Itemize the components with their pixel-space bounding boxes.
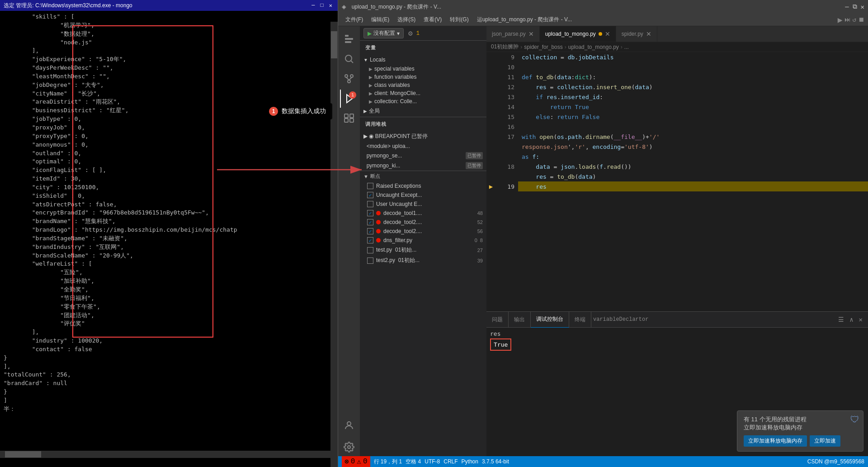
menu-edit[interactable]: 编辑(E) (368, 15, 393, 24)
debug-play-icon[interactable]: ▶ (838, 15, 843, 25)
callstack-breakpoint[interactable]: ▶ ◉ BREAKPOINT 已暂停 (360, 131, 486, 142)
notif-add-btn[interactable]: 立即加速 (810, 435, 840, 447)
debug-restart-icon[interactable]: ↺ (853, 16, 856, 24)
cmd-scrollbar-thumb-v[interactable] (331, 31, 337, 58)
var-client[interactable]: ▶ client: MongoClie... (360, 89, 486, 97)
cmd-close-btn[interactable]: ✕ (327, 2, 334, 9)
statusbar-csdn: CSDN @m9_55659568 (807, 458, 864, 465)
var-triangle-class: ▶ (369, 83, 373, 88)
callstack-module[interactable]: <module> uploa... (360, 142, 486, 151)
debug-tool-up-icon[interactable]: ∧ (848, 315, 855, 324)
true-value-box: True (490, 338, 511, 351)
tab-upload-to-mongo[interactable]: upload_to_mongo.py ✕ (540, 26, 616, 42)
bp-test2[interactable]: test2.py 01初始... 39 (360, 255, 486, 266)
bp-decode-tool2a[interactable]: decode_tool2.... 52 (360, 218, 486, 227)
cmd-scrollbar-h[interactable] (0, 451, 330, 458)
activity-git-icon[interactable] (340, 70, 358, 88)
filter-label: variableDeclartor (593, 316, 648, 323)
activity-settings-icon[interactable] (340, 438, 358, 456)
cmd-minimize-btn[interactable]: — (310, 2, 316, 9)
tab-spider-close[interactable]: ✕ (646, 30, 651, 38)
debug-step-icon[interactable]: ⏭ (844, 16, 851, 24)
bp-checkbox-raised[interactable] (367, 183, 373, 189)
callstack-pymongo-se[interactable]: pymongo_se... 已暂停 (360, 151, 486, 161)
bp-checkbox-dt2a[interactable] (367, 219, 373, 225)
debug-tool-list-icon[interactable]: ☰ (836, 315, 846, 324)
no-config-btn[interactable]: ▶ 没有配置 ▾ (363, 28, 404, 38)
code-line-16 (518, 122, 868, 132)
tab-spider[interactable]: spider.py ✕ (616, 26, 657, 42)
notif-explain-btn[interactable]: 立即加速释放电脑内存 (744, 435, 807, 447)
cmd-scrollbar-v[interactable] (330, 22, 338, 467)
breadcrumb-sep3: › (621, 44, 623, 50)
cmd-scrollbar-thumb-h[interactable] (5, 451, 41, 457)
var-function[interactable]: ▶ function variables (360, 73, 486, 81)
bp-raised-exceptions[interactable]: Raised Exceptions (360, 181, 486, 191)
statusbar-encoding[interactable]: UTF-8 (425, 458, 440, 465)
code-line-18b: res = to_db(data) (518, 172, 868, 181)
debug-tab-console[interactable]: 调试控制台 (531, 312, 569, 328)
code-line-17b: response.json','r', encoding='utf-8') (518, 142, 868, 152)
vscode-minimize-btn[interactable]: — (845, 3, 849, 11)
statusbar-line-col[interactable]: 行 19，列 1 (374, 458, 402, 466)
settings-gear-icon[interactable]: ⚙ (408, 29, 413, 38)
statusbar-line-ending[interactable]: CRLF (443, 458, 458, 465)
bp-test[interactable]: test.py 01初始... 27 (360, 245, 486, 255)
activity-extensions-icon[interactable] (340, 110, 358, 128)
vscode-close-btn[interactable]: ✕ (861, 3, 864, 11)
code-line-10 (518, 62, 868, 72)
var-collection[interactable]: ▶ collection: Colle... (360, 97, 486, 105)
svg-line-8 (346, 77, 349, 80)
activity-search-icon[interactable] (340, 50, 358, 68)
debug-tool-close-icon[interactable]: ✕ (857, 315, 864, 324)
globals-triangle-icon: ▶ (363, 109, 367, 114)
debug-tab-output[interactable]: 输出 (509, 312, 531, 328)
activity-user-icon[interactable] (340, 416, 358, 434)
code-content[interactable]: collection = db.jobDetails def to_db(dat… (518, 52, 868, 311)
debug-tab-problems[interactable]: 问题 (486, 312, 509, 328)
activity-debug-icon[interactable]: 1 (340, 90, 358, 108)
bp-checkbox-user[interactable] (367, 201, 373, 207)
callstack-pymongo-ki[interactable]: pymongo_ki... 已暂停 (360, 161, 486, 171)
statusbar-language[interactable]: Python (462, 458, 478, 465)
var-class[interactable]: ▶ class variables (360, 81, 486, 89)
bp-checkbox-test2[interactable] (367, 257, 373, 264)
tab-upload-close[interactable]: ✕ (605, 30, 610, 38)
cmd-maximize-btn[interactable]: □ (319, 2, 326, 9)
bp-label-dt1: decode_tool1.... (383, 210, 422, 216)
menu-goto[interactable]: 转到(G) (446, 15, 472, 24)
bp-decode-tool2b[interactable]: decode_tool2.... 56 (360, 227, 486, 236)
bp-checkbox-dt2b[interactable] (367, 228, 373, 234)
menu-run[interactable]: 运upload_to_mongo.py - 爬虫课件 - V... (473, 15, 576, 24)
svg-rect-14 (350, 114, 354, 118)
bp-checkbox-test[interactable] (367, 247, 373, 253)
tab-json-parse[interactable]: json_parse.py ✕ (486, 26, 540, 42)
var-special[interactable]: ▶ special variables (360, 65, 486, 73)
toast-message: 数据集插入成功 (282, 107, 326, 115)
bp-checkbox-dt1[interactable] (367, 210, 373, 216)
debug-stop-icon[interactable]: ⏹ (858, 16, 864, 24)
bp-user-uncaught[interactable]: User Uncaught E... (360, 200, 486, 209)
statusbar: ⊗ 0 ⚠ 0 行 19，列 1 空格 4 UTF-8 CRLF Python … (338, 456, 868, 467)
menu-select[interactable]: 选择(S) (394, 15, 419, 24)
menu-file[interactable]: 文件(F) (342, 15, 367, 24)
tab-json-parse-close[interactable]: ✕ (528, 30, 534, 38)
bp-checkbox-uncaught[interactable] (367, 192, 373, 198)
line-num-19: 19 (495, 181, 518, 191)
vscode-window: ◈ upload_to_mongo.py - 爬虫课件 - V... — ⧉ ✕… (338, 0, 868, 467)
globals-section-title[interactable]: ▶ 全局 (360, 105, 486, 117)
svg-point-5 (345, 75, 348, 77)
activity-explorer-icon[interactable] (340, 30, 358, 48)
vscode-restore-btn[interactable]: ⧉ (853, 3, 857, 11)
svg-rect-12 (350, 119, 354, 122)
vscode-menubar: 文件(F) 编辑(E) 选择(S) 查看(V) 转到(G) 运upload_to… (338, 14, 868, 26)
line-num-17a: 17 (495, 132, 518, 142)
bp-decode-tool1[interactable]: decode_tool1.... 48 (360, 209, 486, 218)
bp-uncaught[interactable]: Uncaught Except... (360, 191, 486, 200)
bp-checkbox-dns[interactable] (367, 237, 373, 243)
bp-dns-filter[interactable]: dns_filter.py 0 8 (360, 236, 486, 245)
debug-tab-terminal[interactable]: 终端 (569, 312, 591, 328)
statusbar-spaces[interactable]: 空格 4 (406, 458, 421, 466)
menu-view[interactable]: 查看(V) (420, 15, 445, 24)
locals-section-title[interactable]: ▼ Locals (360, 55, 486, 65)
